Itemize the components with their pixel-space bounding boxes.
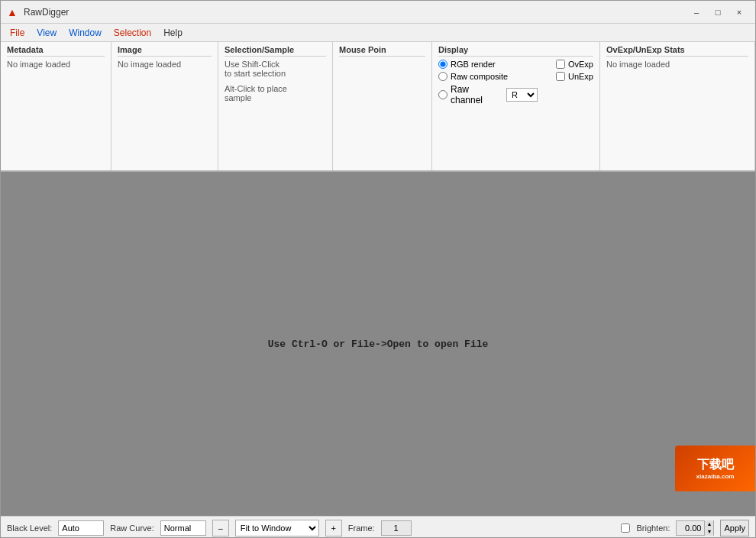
- menu-file[interactable]: File: [4, 24, 31, 41]
- fit-to-window-select[interactable]: Fit to Window 100% 50% 200%: [235, 520, 319, 536]
- info-panels: Metadata No image loaded Image No image …: [1, 42, 755, 172]
- ovexp-stats-content: No image loaded: [606, 60, 748, 69]
- black-level-input[interactable]: [58, 520, 104, 536]
- ovexp-option[interactable]: OvExp: [556, 60, 593, 69]
- raw-composite-radio[interactable]: [438, 72, 447, 81]
- panel-metadata: Metadata No image loaded: [1, 42, 111, 170]
- rgb-render-label: RGB render: [451, 60, 496, 69]
- bottom-bar: Black Level: Raw Curve: – Fit to Window …: [1, 516, 755, 538]
- raw-channel-option[interactable]: Raw channel R G B G2: [438, 84, 538, 105]
- brighten-checkbox[interactable]: [621, 523, 630, 533]
- brighten-spinner[interactable]: ▲ ▼: [676, 520, 714, 536]
- watermark: 下载吧 xiazaiba.com: [675, 446, 755, 491]
- raw-composite-label: Raw composite: [451, 72, 508, 81]
- canvas-area[interactable]: Use Ctrl-O or File->Open to open File 下载…: [1, 172, 755, 516]
- selection-content: Use Shift-Click to start selection Alt-C…: [225, 60, 326, 102]
- watermark-url: xiazaiba.com: [696, 473, 735, 480]
- menu-help[interactable]: Help: [157, 24, 189, 41]
- menu-selection[interactable]: Selection: [108, 24, 157, 41]
- unexpp-option[interactable]: UnExp: [556, 72, 593, 81]
- canvas-message: Use Ctrl-O or File->Open to open File: [268, 339, 489, 350]
- zoom-out-button[interactable]: –: [212, 520, 229, 536]
- title-bar: ▲ RawDigger – □ ×: [1, 1, 755, 24]
- panel-mouse: Mouse Poin: [333, 42, 432, 170]
- watermark-icon: 下载吧: [697, 457, 734, 473]
- image-header: Image: [118, 45, 212, 57]
- brighten-label: Brighten:: [636, 523, 670, 533]
- zoom-in-button[interactable]: +: [325, 520, 342, 536]
- panel-selection: Selection/Sample Use Shift-Click to star…: [218, 42, 333, 170]
- panel-ovexp-stats: OvExp/UnExp Stats No image loaded: [600, 42, 755, 170]
- frame-label: Frame:: [348, 523, 375, 533]
- ovexp-label: OvExp: [568, 60, 593, 69]
- menu-window[interactable]: Window: [63, 24, 108, 41]
- raw-channel-label: Raw channel: [451, 84, 503, 105]
- ovexp-checkbox[interactable]: [556, 60, 565, 69]
- unexp-checkbox[interactable]: [556, 72, 565, 81]
- brighten-up-button[interactable]: ▲: [704, 520, 713, 528]
- raw-curve-input[interactable]: [160, 520, 206, 536]
- display-header: Display: [438, 45, 593, 57]
- black-level-label: Black Level:: [7, 523, 52, 533]
- rgb-render-radio[interactable]: [438, 60, 447, 69]
- apply-button[interactable]: Apply: [720, 520, 749, 536]
- channel-select[interactable]: R G B G2: [506, 88, 538, 102]
- panel-display: Display RGB render Raw composite Raw cha…: [432, 42, 600, 170]
- frame-input[interactable]: [381, 520, 412, 536]
- metadata-header: Metadata: [7, 45, 105, 57]
- mouse-header: Mouse Poin: [339, 45, 425, 57]
- image-content: No image loaded: [118, 60, 212, 69]
- close-button[interactable]: ×: [729, 4, 749, 21]
- menu-view[interactable]: View: [31, 24, 63, 41]
- minimize-button[interactable]: –: [687, 4, 706, 21]
- maximize-button[interactable]: □: [708, 4, 728, 21]
- metadata-content: No image loaded: [7, 60, 105, 69]
- app-title: RawDigger: [24, 7, 69, 18]
- ovexp-stats-header: OvExp/UnExp Stats: [606, 45, 748, 57]
- unexp-label: UnExp: [568, 72, 593, 81]
- brighten-down-button[interactable]: ▼: [704, 528, 713, 536]
- app-icon: ▲: [7, 6, 19, 18]
- panel-image: Image No image loaded: [111, 42, 218, 170]
- rgb-render-option[interactable]: RGB render: [438, 60, 538, 69]
- raw-composite-option[interactable]: Raw composite: [438, 72, 538, 81]
- menu-bar: File View Window Selection Help: [1, 24, 755, 42]
- raw-curve-label: Raw Curve:: [110, 523, 153, 533]
- selection-header: Selection/Sample: [225, 45, 326, 57]
- raw-channel-radio[interactable]: [438, 90, 447, 99]
